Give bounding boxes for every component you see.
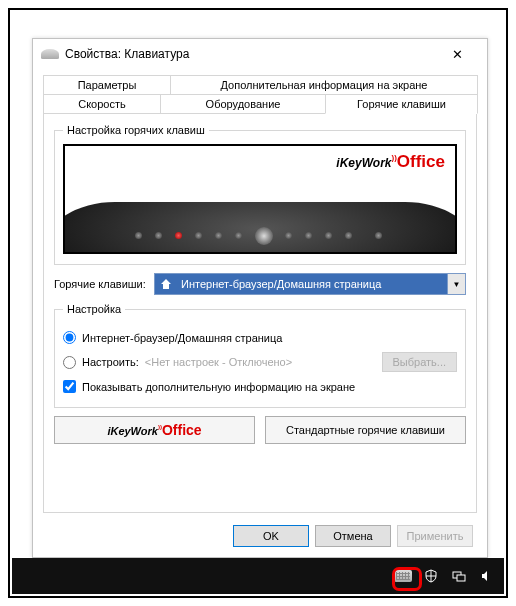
group-hotkey-setup: Настройка горячих клавиш iKeyWork))Offic… [54,124,466,265]
radio-custom[interactable] [63,356,76,369]
wifi-icon: )) [158,424,162,430]
titlebar: Свойства: Клавиатура ✕ [33,39,487,69]
tab-body: Настройка горячих клавиш iKeyWork))Offic… [43,113,477,513]
show-osd-label: Показывать дополнительную информацию на … [82,381,355,393]
ikeyworks-logo: iKeyWork))Office [336,152,445,172]
default-hotkeys-button[interactable]: Стандартные горячие клавиши [265,416,466,444]
dropdown-arrow-icon[interactable]: ▼ [447,274,465,294]
keyboard-icon [41,49,59,59]
tab-hardware[interactable]: Оборудование [160,94,326,114]
wifi-icon: )) [391,153,396,162]
hotkey-selector-row: Горячие клавиши: Интернет-браузер/Домашн… [54,273,466,295]
home-icon [155,274,177,294]
device-preview: iKeyWork))Office [63,144,457,254]
ok-button[interactable]: OK [233,525,309,547]
radio-default[interactable] [63,331,76,344]
radio-custom-row: Настроить: <Нет настроек - Отключено> Вы… [63,352,457,372]
tab-container: Параметры Дополнительная информация на э… [33,69,487,513]
window-title: Свойства: Клавиатура [65,47,189,61]
close-button[interactable]: ✕ [435,47,479,62]
radio-default-label: Интернет-браузер/Домашняя страница [82,332,282,344]
tray-network-icon[interactable] [450,568,468,584]
hotkey-selected: Интернет-браузер/Домашняя страница [177,274,447,294]
svg-rect-1 [457,575,465,581]
dialog-buttons: OK Отмена Применить [233,525,473,547]
cancel-button[interactable]: Отмена [315,525,391,547]
keyboard-device-image [63,202,457,254]
show-osd-row: Показывать дополнительную информацию на … [63,380,457,393]
tab-hotkeys[interactable]: Горячие клавиши [325,94,478,114]
tray-defender-icon[interactable] [422,568,440,584]
taskbar [12,558,504,594]
group-hotkey-legend: Настройка горячих клавиш [63,124,209,136]
group-settings-legend: Настройка [63,303,125,315]
hotkey-label: Горячие клавиши: [54,278,154,290]
hotkey-combobox[interactable]: Интернет-браузер/Домашняя страница ▼ [154,273,466,295]
browse-button[interactable]: Выбрать... [382,352,457,372]
tab-row-2: Скорость Оборудование Горячие клавиши [43,94,477,114]
tray-volume-icon[interactable] [478,568,496,584]
ikeyworks-button[interactable]: iKeyWork))Office [54,416,255,444]
properties-dialog: Свойства: Клавиатура ✕ Параметры Дополни… [32,38,488,558]
tab-osd-info[interactable]: Дополнительная информация на экране [170,75,478,95]
radio-custom-label: Настроить: [82,356,139,368]
tab-speed[interactable]: Скорость [43,94,161,114]
bottom-button-row: iKeyWork))Office Стандартные горячие кла… [54,416,466,444]
apply-button[interactable]: Применить [397,525,473,547]
show-osd-checkbox[interactable] [63,380,76,393]
group-settings: Настройка Интернет-браузер/Домашняя стра… [54,303,466,408]
outer-frame: Свойства: Клавиатура ✕ Параметры Дополни… [8,8,508,598]
radio-default-row: Интернет-браузер/Домашняя страница [63,331,457,344]
tab-parameters[interactable]: Параметры [43,75,171,95]
radio-custom-hint: <Нет настроек - Отключено> [145,356,292,368]
tab-row-1: Параметры Дополнительная информация на э… [43,75,477,95]
annotation-highlight [392,567,422,591]
